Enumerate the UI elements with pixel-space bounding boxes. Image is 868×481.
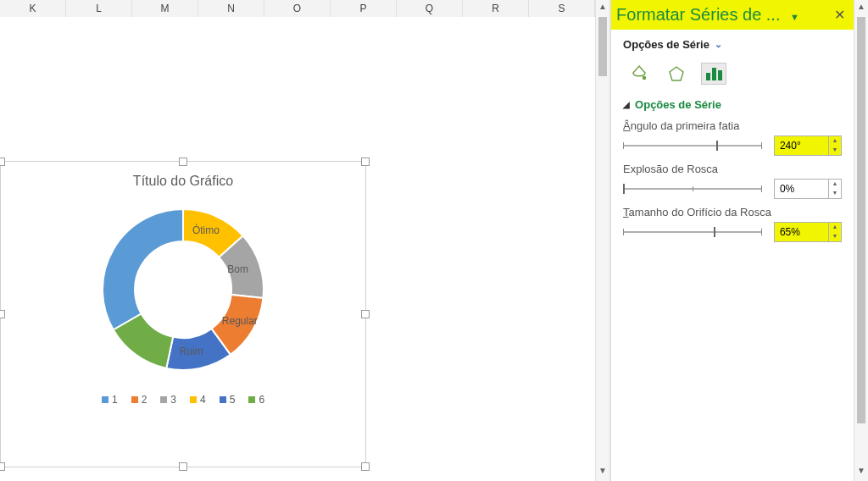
resize-handle[interactable]: [361, 158, 370, 166]
angle-input[interactable]: 240° ▲▼: [774, 135, 842, 156]
scroll-down-icon[interactable]: ▼: [596, 466, 609, 479]
column-header[interactable]: M: [132, 0, 198, 17]
segment-label: Regular: [222, 315, 258, 327]
chart-title[interactable]: Título do Gráfico: [1, 162, 365, 194]
legend-label: 1: [112, 394, 118, 406]
spin-down-icon[interactable]: ▼: [829, 232, 841, 241]
format-series-panel: Formatar Séries de ... ▼ ✕ Opções de Sér…: [610, 0, 854, 481]
hole-slider[interactable]: [623, 227, 762, 237]
scroll-down-icon[interactable]: ▼: [854, 466, 868, 479]
legend-item[interactable]: 2: [131, 394, 147, 406]
resize-handle[interactable]: [179, 158, 187, 166]
column-header[interactable]: O: [264, 0, 331, 17]
column-header[interactable]: R: [463, 0, 529, 17]
segment-label: Ótimo: [192, 224, 220, 236]
svg-marker-1: [670, 67, 683, 80]
explosion-slider[interactable]: [623, 184, 762, 194]
explosion-label: Explosão de Rosca: [623, 163, 842, 179]
chevron-down-icon[interactable]: ▼: [785, 12, 804, 22]
effects-tab-icon[interactable]: [664, 63, 689, 85]
angle-label: ngulo da primeira fatia: [631, 119, 740, 132]
donut-chart[interactable]: ÓtimoBomRegularRuim: [94, 201, 272, 379]
angle-slider[interactable]: [623, 141, 762, 151]
resize-handle[interactable]: [0, 158, 5, 166]
legend-swatch: [131, 396, 138, 403]
options-header[interactable]: Opções de Série ⌄: [623, 38, 842, 51]
chart-object[interactable]: Título do Gráfico ÓtimoBomRegularRuim 12…: [0, 161, 366, 467]
panel-title: Formatar Séries de ... ▼: [616, 5, 834, 25]
segment-label: Ruim: [180, 346, 203, 357]
explosion-input[interactable]: 0% ▲▼: [774, 179, 842, 199]
legend-swatch: [248, 396, 255, 403]
svg-rect-2: [706, 73, 710, 80]
scroll-thumb[interactable]: [857, 17, 865, 423]
chart-legend[interactable]: 123456: [1, 394, 365, 406]
svg-point-0: [643, 76, 646, 80]
doughnut-hole-field: Tamanho do Orifício da Rosca 65% ▲▼: [623, 201, 842, 244]
spin-up-icon[interactable]: ▲: [829, 136, 841, 146]
scroll-up-icon[interactable]: ▲: [596, 2, 609, 15]
fill-line-tab-icon[interactable]: [626, 63, 652, 85]
resize-handle[interactable]: [0, 462, 5, 471]
close-icon[interactable]: ✕: [834, 7, 845, 23]
column-headers: KLMNOPQRS: [0, 0, 595, 18]
resize-handle[interactable]: [179, 462, 187, 471]
series-options-heading[interactable]: ◢ Opções de Série: [623, 93, 842, 114]
chevron-down-icon: ⌄: [715, 39, 722, 50]
hole-label: amanho do Orifício da Rosca: [629, 206, 771, 218]
spin-down-icon[interactable]: ▼: [829, 189, 841, 198]
spin-up-icon[interactable]: ▲: [829, 223, 841, 232]
column-header[interactable]: S: [529, 0, 595, 17]
spin-down-icon[interactable]: ▼: [829, 146, 841, 155]
svg-rect-3: [712, 68, 716, 80]
svg-rect-4: [718, 70, 722, 80]
panel-title-text: Formatar Séries de ...: [616, 5, 780, 24]
sheet-vertical-scrollbar[interactable]: ▲ ▼: [595, 0, 610, 481]
resize-handle[interactable]: [361, 462, 370, 471]
first-slice-angle-field: Ângulo da primeira fatia 240° ▲▼: [623, 114, 842, 158]
panel-vertical-scrollbar[interactable]: ▲ ▼: [854, 0, 868, 481]
resize-handle[interactable]: [361, 310, 370, 318]
spin-up-icon[interactable]: ▲: [829, 180, 841, 189]
column-header[interactable]: N: [198, 0, 264, 17]
donut-segment[interactable]: [103, 209, 183, 330]
legend-swatch: [160, 396, 167, 403]
legend-item[interactable]: 1: [102, 394, 118, 406]
column-header[interactable]: P: [331, 0, 397, 17]
legend-item[interactable]: 3: [160, 394, 176, 406]
hole-input[interactable]: 65% ▲▼: [774, 222, 842, 242]
legend-label: 4: [200, 394, 206, 406]
resize-handle[interactable]: [0, 310, 5, 318]
column-header[interactable]: K: [0, 0, 66, 17]
legend-item[interactable]: 4: [190, 394, 206, 406]
collapse-triangle-icon: ◢: [623, 100, 630, 109]
scroll-up-icon[interactable]: ▲: [854, 2, 868, 15]
panel-titlebar: Formatar Séries de ... ▼ ✕: [611, 0, 854, 30]
series-options-label: Opções de Série: [635, 98, 721, 111]
legend-swatch: [102, 396, 108, 403]
legend-label: 6: [259, 394, 264, 406]
doughnut-explosion-field: Explosão de Rosca 0% ▲▼: [623, 158, 842, 201]
options-header-label: Opções de Série: [623, 38, 709, 51]
legend-label: 3: [170, 394, 176, 406]
legend-item[interactable]: 5: [220, 394, 236, 406]
column-header[interactable]: Q: [397, 0, 463, 17]
column-header[interactable]: L: [66, 0, 132, 17]
series-options-tab-icon[interactable]: [701, 63, 726, 85]
legend-swatch: [220, 396, 226, 403]
legend-swatch: [190, 396, 197, 403]
legend-label: 2: [142, 394, 147, 406]
segment-label: Bom: [227, 263, 248, 275]
grid[interactable]: Título do Gráfico ÓtimoBomRegularRuim 12…: [0, 17, 595, 481]
legend-label: 5: [230, 394, 236, 406]
legend-item[interactable]: 6: [248, 394, 264, 406]
scroll-thumb[interactable]: [598, 17, 607, 76]
worksheet-area[interactable]: KLMNOPQRS Título do Gráfico ÓtimoBomRegu…: [0, 0, 595, 481]
